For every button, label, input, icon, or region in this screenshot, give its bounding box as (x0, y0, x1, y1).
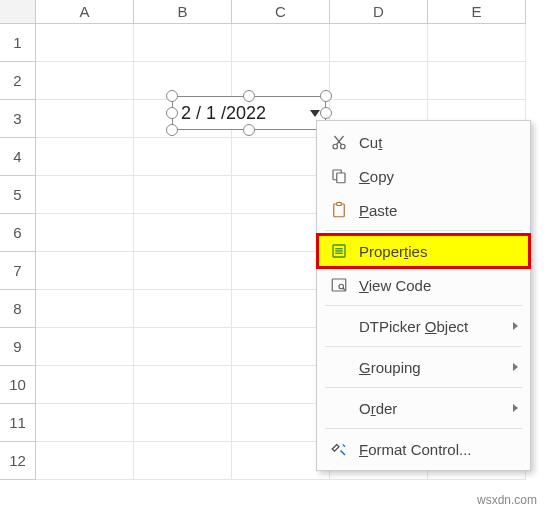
submenu-arrow-icon (513, 404, 518, 412)
col-header-b[interactable]: B (134, 0, 232, 24)
paste-icon (327, 201, 351, 219)
menu-label: Paste (359, 202, 518, 219)
menu-item-grouping[interactable]: Grouping (317, 350, 530, 384)
svg-rect-5 (337, 203, 342, 206)
menu-label: Grouping (359, 359, 513, 376)
row-header-10[interactable]: 10 (0, 366, 36, 404)
row-header-12[interactable]: 12 (0, 442, 36, 480)
properties-icon (327, 242, 351, 260)
menu-label: Copy (359, 168, 518, 185)
menu-item-format-control[interactable]: Format Control... (317, 432, 530, 466)
row-header-8[interactable]: 8 (0, 290, 36, 328)
menu-label: Order (359, 400, 513, 417)
svg-point-1 (341, 144, 346, 149)
resize-handle[interactable] (166, 107, 178, 119)
menu-separator (325, 387, 522, 388)
menu-separator (325, 428, 522, 429)
col-header-e[interactable]: E (428, 0, 526, 24)
menu-item-dtpicker-object[interactable]: DTPicker Object (317, 309, 530, 343)
row-header-3[interactable]: 3 (0, 100, 36, 138)
menu-item-cut[interactable]: Cut (317, 125, 530, 159)
date-picker-value: 2 / 1 /2022 (181, 103, 266, 124)
svg-rect-3 (337, 173, 345, 183)
submenu-arrow-icon (513, 322, 518, 330)
col-header-d[interactable]: D (330, 0, 428, 24)
col-header-a[interactable]: A (36, 0, 134, 24)
menu-item-paste[interactable]: Paste (317, 193, 530, 227)
menu-separator (325, 305, 522, 306)
submenu-arrow-icon (513, 363, 518, 371)
row-header-11[interactable]: 11 (0, 404, 36, 442)
row-header-1[interactable]: 1 (0, 24, 36, 62)
menu-separator (325, 346, 522, 347)
col-header-c[interactable]: C (232, 0, 330, 24)
row-header-4[interactable]: 4 (0, 138, 36, 176)
menu-label: Properties (359, 243, 518, 260)
context-menu: Cut Copy Paste Properties View Code DTPi… (316, 120, 531, 471)
column-headers: A B C D E (36, 0, 546, 24)
resize-handle[interactable] (320, 107, 332, 119)
menu-item-order[interactable]: Order (317, 391, 530, 425)
menu-label: View Code (359, 277, 518, 294)
resize-handle[interactable] (243, 90, 255, 102)
row-header-2[interactable]: 2 (0, 62, 36, 100)
svg-line-12 (343, 288, 345, 290)
row-header-5[interactable]: 5 (0, 176, 36, 214)
row-headers: 1 2 3 4 5 6 7 8 9 10 11 12 (0, 24, 36, 480)
menu-label: Format Control... (359, 441, 518, 458)
watermark: wsxdn.com (474, 492, 540, 508)
cut-icon (327, 133, 351, 151)
menu-separator (325, 230, 522, 231)
copy-icon (327, 167, 351, 185)
view-code-icon (327, 276, 351, 294)
resize-handle[interactable] (166, 124, 178, 136)
select-all-corner[interactable] (0, 0, 36, 24)
svg-point-0 (333, 144, 338, 149)
resize-handle[interactable] (166, 90, 178, 102)
resize-handle[interactable] (243, 124, 255, 136)
row-header-7[interactable]: 7 (0, 252, 36, 290)
menu-item-view-code[interactable]: View Code (317, 268, 530, 302)
menu-label: Cut (359, 134, 518, 151)
menu-item-copy[interactable]: Copy (317, 159, 530, 193)
format-control-icon (327, 440, 351, 458)
row-header-6[interactable]: 6 (0, 214, 36, 252)
menu-label: DTPicker Object (359, 318, 513, 335)
menu-item-properties[interactable]: Properties (317, 234, 530, 268)
resize-handle[interactable] (320, 90, 332, 102)
row-header-9[interactable]: 9 (0, 328, 36, 366)
